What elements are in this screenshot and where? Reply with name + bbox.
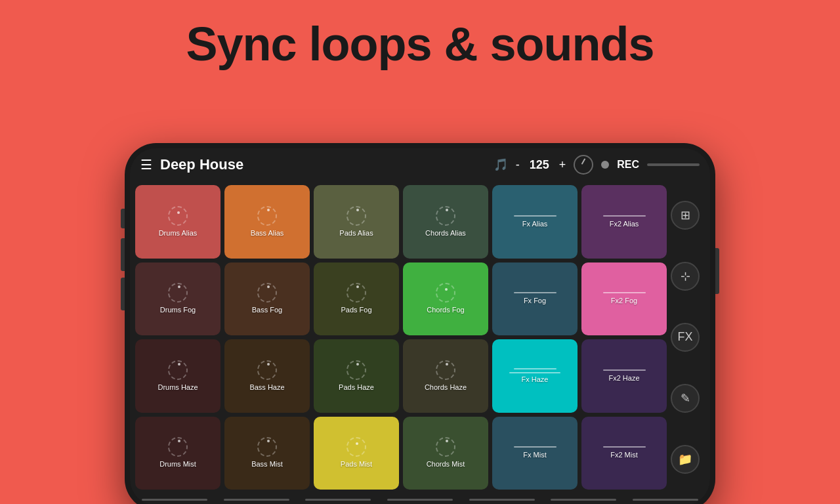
grid-btn[interactable]: ⊞ — [671, 201, 700, 230]
pad-knob-bass-mist — [257, 437, 277, 457]
side-controls: ⊞⊹FX✎📁 — [671, 185, 705, 490]
pad-label-bass-fog: Bass Fog — [252, 305, 282, 314]
bottom-bar — [130, 494, 710, 504]
pad-knob-bass-fog — [257, 283, 277, 303]
hero-title: Sync loops & sounds — [0, 0, 840, 70]
pad-label-chords-mist: Chords Mist — [427, 459, 465, 469]
pad-label-fx-mist: Fx Mist — [523, 450, 546, 459]
pad-label-fx2-alias: Fx2 Alias — [610, 219, 639, 228]
pad-line-fx-fog — [514, 292, 556, 293]
pad-pads-haze[interactable]: Pads Haze — [314, 339, 399, 413]
pad-knob-dot-pads-fog — [356, 285, 359, 288]
fx-btn[interactable]: FX — [671, 323, 700, 352]
pad-knob-chords-haze — [436, 360, 455, 380]
pad-label-fx-alias: Fx Alias — [522, 219, 548, 228]
pad-drums-mist[interactable]: Drums Mist — [135, 417, 220, 490]
pad-fx2-alias[interactable]: Fx2 Alias — [581, 185, 667, 259]
pad-knob-drums-fog — [168, 283, 188, 303]
pad-knob-chords-mist — [436, 437, 455, 457]
pad-line-fx-haze — [514, 368, 556, 369]
pad-fx-alias[interactable]: Fx Alias — [492, 185, 578, 259]
pad-knob-dot-chords-fog — [445, 288, 448, 291]
dial-control[interactable] — [574, 155, 593, 175]
folder-btn[interactable]: 📁 — [671, 445, 700, 474]
bottom-indicator-5 — [551, 499, 616, 501]
pad-chords-alias[interactable]: Chords Alias — [403, 185, 488, 259]
pad-line-fx2-haze — [603, 369, 646, 371]
pad-knob-dot-drums-haze — [178, 363, 180, 366]
pads-grid: Drums AliasBass AliasPads AliasChords Al… — [135, 185, 667, 490]
grid-area: Drums AliasBass AliasPads AliasChords Al… — [130, 181, 710, 494]
bottom-indicator-6 — [633, 499, 698, 501]
pad-knob-pads-mist — [346, 437, 366, 457]
mixer-btn[interactable]: ⊹ — [671, 262, 700, 291]
pad-bass-haze[interactable]: Bass Haze — [224, 339, 310, 413]
phone-frame: ☰ Deep House 🎵 - 125 + REC Drums AliasBa… — [125, 143, 715, 504]
pad-knob-dot-chords-alias — [446, 209, 448, 211]
pad-line-fx2-mist — [603, 446, 646, 448]
pad-label-pads-haze: Pads Haze — [339, 383, 374, 392]
bottom-indicator-3 — [387, 499, 453, 501]
pad-drums-fog[interactable]: Drums Fog — [135, 262, 220, 336]
pad-fx-haze[interactable]: Fx Haze — [492, 339, 578, 413]
pad-line-fx2-alias — [603, 215, 646, 217]
pad-bass-alias[interactable]: Bass Alias — [224, 185, 310, 259]
pad-fx-mist[interactable]: Fx Mist — [492, 417, 578, 490]
pad-label-fx2-haze: Fx2 Haze — [608, 373, 639, 383]
phone-screen: ☰ Deep House 🎵 - 125 + REC Drums AliasBa… — [130, 148, 710, 504]
pad-label-fx2-mist: Fx2 Mist — [610, 450, 638, 459]
bottom-indicator-4 — [469, 499, 535, 501]
pad-label-fx2-fog: Fx2 Fog — [611, 296, 637, 305]
pad-knob-chords-fog — [436, 283, 455, 303]
pad-label-bass-alias: Bass Alias — [251, 228, 284, 238]
side-button-2 — [121, 238, 125, 271]
pad-chords-haze[interactable]: Chords Haze — [403, 339, 488, 413]
pad-pads-alias[interactable]: Pads Alias — [314, 185, 399, 259]
pad-fx-fog[interactable]: Fx Fog — [492, 262, 578, 336]
side-button-3 — [121, 278, 125, 310]
bottom-indicator-0 — [142, 499, 207, 501]
rec-dot — [601, 161, 609, 169]
pad-knob-dot-pads-mist — [356, 442, 358, 445]
rec-label[interactable]: REC — [617, 159, 639, 171]
pad-chords-mist[interactable]: Chords Mist — [403, 417, 488, 490]
pad-drums-alias[interactable]: Drums Alias — [135, 185, 220, 259]
pad-label-fx-fog: Fx Fog — [524, 296, 546, 305]
pad-chords-fog[interactable]: Chords Fog — [403, 262, 488, 336]
pad-knob-dot-pads-alias — [356, 209, 359, 211]
pad-knob-bass-haze — [257, 360, 277, 380]
top-bar: ☰ Deep House 🎵 - 125 + REC — [130, 148, 710, 181]
pad-pads-fog[interactable]: Pads Fog — [314, 262, 399, 336]
pad-pads-mist[interactable]: Pads Mist — [314, 417, 399, 490]
side-button-1 — [121, 209, 125, 228]
pad-label-chords-fog: Chords Fog — [427, 305, 464, 314]
pad-label-fx-haze: Fx Haze — [522, 375, 549, 384]
pad-bass-mist[interactable]: Bass Mist — [224, 417, 310, 490]
pad-fx2-mist[interactable]: Fx2 Mist — [581, 417, 667, 490]
pad-knob-dot-drums-fog — [178, 285, 180, 288]
pad-label-pads-fog: Pads Fog — [341, 305, 371, 314]
pad-fx2-fog[interactable]: Fx2 Fog — [581, 262, 667, 336]
pad-knob-dot-bass-fog — [267, 285, 270, 288]
menu-icon[interactable]: ☰ — [140, 157, 152, 173]
tempo-value: 125 — [528, 158, 551, 172]
pad-knob-dot-bass-alias — [267, 209, 270, 211]
pad-label-chords-alias: Chords Alias — [425, 228, 466, 238]
app-title: Deep House — [160, 156, 486, 173]
pad-drums-haze[interactable]: Drums Haze — [135, 339, 220, 413]
pad-fx2-haze[interactable]: Fx2 Haze — [581, 339, 667, 413]
side-button-right — [715, 248, 719, 294]
pad-knob-bass-alias — [257, 206, 277, 226]
pad-knob-drums-mist — [168, 437, 188, 457]
tempo-minus-button[interactable]: - — [516, 158, 520, 172]
pad-bass-fog[interactable]: Bass Fog — [224, 262, 310, 336]
pad-knob-dot-bass-mist — [267, 440, 270, 442]
rec-progress-bar — [647, 163, 700, 166]
pad-line2-fx-haze — [509, 372, 560, 373]
metronome-icon[interactable]: 🎵 — [494, 158, 508, 172]
tempo-plus-button[interactable]: + — [559, 158, 566, 172]
pad-knob-drums-haze — [168, 360, 188, 380]
pad-knob-dot-bass-haze — [267, 363, 270, 366]
edit-btn[interactable]: ✎ — [671, 384, 700, 413]
pad-line-fx-alias — [514, 215, 556, 217]
